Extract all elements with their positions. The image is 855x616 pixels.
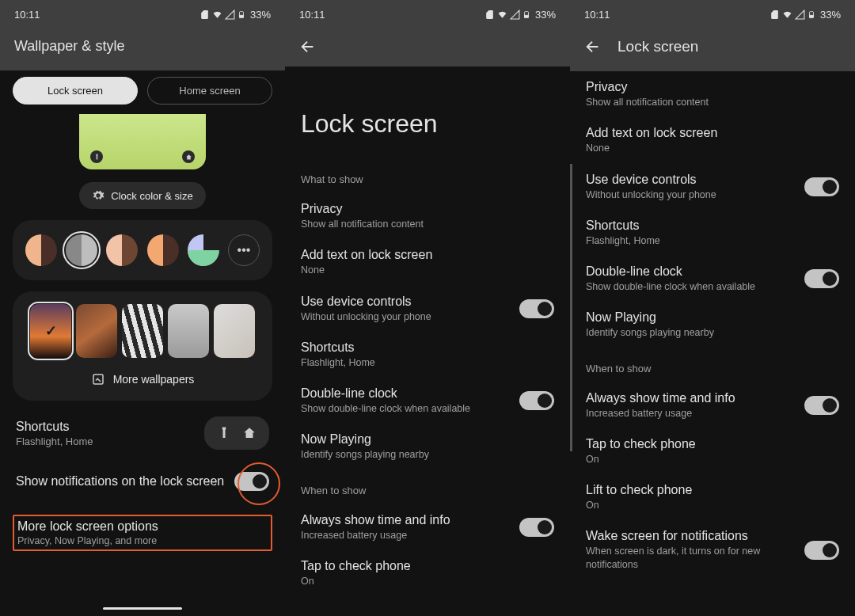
status-time: 10:11 [14,9,40,21]
setting-sub: Increased battery usage [586,407,796,420]
status-bar: 10:11 33% [285,0,570,29]
battery-pct: 33% [250,9,271,21]
battery-icon [522,10,533,20]
wallpaper-thumb[interactable] [168,304,209,358]
wallpaper-thumb[interactable] [122,304,163,358]
setting-title: Wake screen for notifications [586,529,796,543]
setting-row[interactable]: Lift to check phoneOn [570,474,855,520]
setting-title: Use device controls [301,295,511,309]
page-title: Lock screen [618,38,698,55]
color-swatch[interactable] [188,234,219,266]
clock-chip-label: Clock color & size [111,190,192,202]
setting-sub: Flashlight, Home [586,234,831,247]
sd-card-icon [200,10,210,20]
setting-row[interactable]: Wake screen for notificationsWhen screen… [570,520,855,580]
toggle[interactable] [519,391,554,410]
toggle[interactable] [804,541,839,560]
setting-row[interactable]: PrivacyShow all notification content [570,71,855,117]
tabs: Lock screen Home screen [0,70,285,114]
tab-home-screen[interactable]: Home screen [147,77,272,105]
home-icon [242,426,256,440]
setting-row[interactable]: ShortcutsFlashlight, Home [570,210,855,256]
wallpaper-thumb[interactable]: ✓ [30,304,71,358]
svg-rect-1 [239,15,243,17]
toggle[interactable] [804,269,839,288]
setting-row[interactable]: Now PlayingIdentify songs playing nearby [285,424,570,470]
show-notifications-row[interactable]: Show notifications on the lock screen [0,450,285,491]
status-right-icons: 33% [484,9,556,21]
setting-row[interactable]: Tap to check phoneOn [570,428,855,474]
color-swatch[interactable] [147,234,179,266]
more-colors-button[interactable]: ••• [228,234,260,266]
page-title: Wallpaper & style [0,29,285,70]
highlight-annotation [238,462,280,505]
signal-icon [795,10,805,20]
setting-title: Tap to check phone [301,559,546,573]
wallpaper-thumb[interactable] [76,304,117,358]
flashlight-icon [217,426,231,440]
setting-sub: None [586,142,831,154]
check-icon: ✓ [45,322,57,340]
setting-row[interactable]: Tap to check phoneOn [285,550,570,596]
color-swatch[interactable] [106,234,138,266]
toggle[interactable] [804,396,839,415]
toggle[interactable] [519,518,554,537]
section-what-to-show: What to show [285,165,570,193]
toggle[interactable] [519,299,554,318]
battery-pct: 33% [535,9,556,21]
status-time: 10:11 [299,9,325,21]
setting-sub: Identify songs playing nearby [586,326,831,339]
battery-pct: 33% [820,9,841,21]
tab-lock-screen[interactable]: Lock screen [13,77,138,105]
status-bar: 10:11 33% [570,0,855,29]
setting-title: Now Playing [586,310,831,325]
shortcuts-title: Shortcuts [16,420,93,434]
color-swatch[interactable] [66,234,97,266]
setting-row[interactable]: PrivacyShow all notification content [285,193,570,239]
setting-title: Use device controls [586,173,796,187]
more-lock-screen-options[interactable]: More lock screen options Privacy, Now Pl… [13,515,272,551]
setting-row[interactable]: Add text on lock screenNone [285,239,570,285]
battery-icon [808,10,818,20]
setting-row[interactable]: Always show time and infoIncreased batte… [285,504,570,550]
setting-sub: On [586,499,831,511]
gear-icon [92,189,104,202]
back-button[interactable] [299,38,317,55]
setting-row[interactable]: Now PlayingIdentify songs playing nearby [570,302,855,348]
clock-color-size-chip[interactable]: Clock color & size [79,182,205,209]
setting-sub: None [301,264,546,276]
wallpaper-icon [91,372,105,386]
wallpaper-thumb[interactable] [214,304,255,358]
setting-title: Add text on lock screen [586,126,831,140]
setting-title: Now Playing [301,432,546,447]
setting-sub: When screen is dark, it turns on for new… [586,545,796,571]
setting-row[interactable]: Double-line clockShow double-line clock … [285,378,570,424]
setting-title: Lift to check phone [586,483,831,497]
more-wallpapers-button[interactable]: More wallpapers [25,358,260,393]
svg-rect-6 [809,15,813,17]
toggle[interactable] [804,177,839,196]
setting-sub: Flashlight, Home [301,356,546,369]
more-options-sub: Privacy, Now Playing, and more [17,535,268,546]
scrollbar[interactable] [570,164,572,451]
more-wallpapers-label: More wallpapers [113,373,195,386]
home-icon [182,150,195,163]
more-options-title: More lock screen options [17,519,268,534]
setting-row[interactable]: Use device controlsWithout unlocking you… [570,164,855,210]
setting-sub: Identify songs playing nearby [301,448,546,461]
status-right-icons: 33% [200,9,271,21]
setting-title: Double-line clock [586,264,796,279]
back-button[interactable] [584,38,602,55]
color-swatch[interactable] [25,234,57,266]
setting-row[interactable]: Add text on lock screenNone [570,117,855,163]
setting-row[interactable]: Always show time and infoIncreased batte… [570,382,855,428]
setting-sub: Increased battery usage [301,529,511,542]
wallpaper-preview[interactable] [79,114,206,169]
shortcuts-row[interactable]: Shortcuts Flashlight, Home [0,401,285,450]
wifi-icon [497,10,507,20]
setting-row[interactable]: Double-line clockShow double-line clock … [570,256,855,302]
setting-row[interactable]: ShortcutsFlashlight, Home [285,332,570,378]
nav-handle[interactable] [103,607,182,610]
setting-row[interactable]: Use device controlsWithout unlocking you… [285,286,570,332]
setting-sub: Show double-line clock when available [301,402,511,415]
